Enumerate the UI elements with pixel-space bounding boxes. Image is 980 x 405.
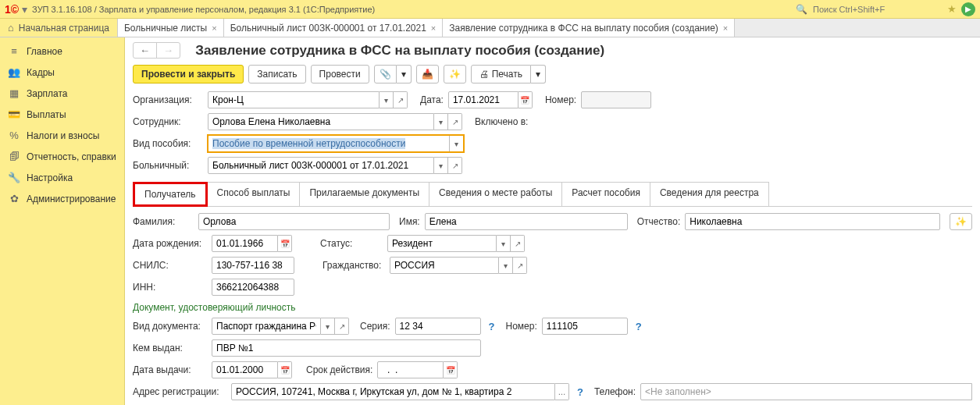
inn-label: ИНН: — [133, 282, 207, 293]
benefit-type-input[interactable]: Пособие по временной нетрудоспособности — [208, 135, 450, 152]
sidebar-item-admin[interactable]: ✿Администрирование — [0, 188, 124, 209]
dropdown-icon[interactable]: ▾ — [321, 318, 335, 335]
org-input[interactable] — [208, 91, 380, 108]
more-icon[interactable]: … — [555, 383, 569, 400]
address-input[interactable] — [231, 383, 555, 400]
print-button[interactable]: 🖨 Печать — [471, 65, 531, 83]
home-tab[interactable]: ⌂ Начальная страница — [0, 19, 118, 37]
sidebar-item-label: Выплаты — [27, 109, 66, 120]
dropdown-icon[interactable]: ▾ — [434, 157, 448, 174]
identity-section-title: Документ, удостоверяющий личность — [133, 302, 972, 313]
tab-work-info[interactable]: Сведения о месте работы — [429, 182, 562, 207]
tab-sicklist[interactable]: Больничные листы × — [118, 19, 224, 37]
attach-button[interactable]: 📎 — [374, 65, 397, 83]
refill-button[interactable]: ✨ — [444, 65, 466, 83]
firstname-label: Имя: — [399, 216, 420, 227]
autofill-button[interactable]: ✨ — [950, 213, 972, 230]
dropdown-icon[interactable]: ▾ — [450, 135, 464, 152]
citizenship-input[interactable] — [390, 257, 499, 274]
citizenship-label: Гражданство: — [323, 260, 385, 271]
birthdate-label: Дата рождения: — [133, 238, 207, 249]
inn-input[interactable] — [212, 279, 294, 296]
close-icon[interactable]: × — [212, 23, 216, 33]
close-icon[interactable]: × — [723, 23, 728, 33]
sidebar-item-salary[interactable]: ▦Зарплата — [0, 83, 124, 104]
calendar-icon[interactable]: 📅 — [278, 361, 292, 378]
status-input[interactable] — [387, 235, 497, 252]
calendar-icon[interactable]: 📅 — [444, 361, 458, 378]
print-dropdown[interactable]: ▾ — [531, 65, 546, 83]
content-area: ← → Заявление сотрудника в ФСС на выплат… — [125, 37, 980, 405]
employee-input[interactable] — [208, 113, 434, 130]
sidebar-item-reports[interactable]: 🗐Отчетность, справки — [0, 146, 124, 167]
lastname-input[interactable] — [198, 213, 390, 230]
open-icon[interactable]: ↗ — [448, 113, 462, 130]
date-input[interactable] — [448, 91, 519, 108]
tab-recipient[interactable]: Получатель — [133, 182, 208, 207]
submit-close-button[interactable]: Провести и закрыть — [133, 65, 244, 83]
tab-calculation[interactable]: Расчет пособия — [561, 182, 650, 207]
sidebar-item-label: Администрирование — [27, 194, 116, 204]
dropdown-icon[interactable]: ▾ — [497, 235, 511, 252]
dropdown-icon[interactable]: ▾ — [499, 257, 513, 274]
tab-sickdoc[interactable]: Больничный лист 00ЗК-000001 от 17.01.202… — [224, 19, 444, 37]
snils-input[interactable] — [212, 257, 294, 274]
firstname-input[interactable] — [425, 213, 628, 230]
issue-date-input[interactable] — [212, 361, 278, 378]
employee-label: Сотрудник: — [133, 116, 203, 127]
sidebar-item-hr[interactable]: 👥Кадры — [0, 62, 124, 83]
tab-attachments[interactable]: Прилагаемые документы — [299, 182, 429, 207]
sidebar-item-settings[interactable]: 🔧Настройка — [0, 167, 124, 188]
calendar-icon[interactable]: 📅 — [278, 235, 292, 252]
submit-button[interactable]: Провести — [311, 65, 369, 83]
global-search-input[interactable] — [810, 2, 943, 16]
tab-fss-application[interactable]: Заявление сотрудника в ФСС на выплату по… — [443, 19, 735, 37]
table-icon: ▦ — [8, 87, 20, 99]
sidebar-item-taxes[interactable]: %Налоги и взносы — [0, 125, 124, 146]
import-button[interactable]: 📥 — [416, 65, 439, 83]
tab-label: Больничный лист 00ЗК-000001 от 17.01.202… — [230, 23, 426, 34]
open-icon[interactable]: ↗ — [335, 318, 349, 335]
open-icon[interactable]: ↗ — [513, 257, 527, 274]
date-label: Дата: — [420, 94, 444, 105]
sickleave-input[interactable] — [208, 157, 434, 174]
attach-dropdown[interactable]: ▾ — [397, 65, 412, 83]
forward-button[interactable]: → — [156, 43, 180, 58]
open-icon[interactable]: ↗ — [448, 157, 462, 174]
series-input[interactable] — [395, 318, 481, 335]
tab-registry[interactable]: Сведения для реестра — [650, 182, 769, 207]
doc-number-input[interactable] — [542, 318, 628, 335]
number-label: Номер: — [545, 94, 576, 105]
issue-date-label: Дата выдачи: — [133, 364, 207, 375]
middlename-label: Отчество: — [637, 216, 681, 227]
help-icon[interactable]: ? — [489, 321, 495, 332]
dropdown-icon[interactable]: ▾ — [434, 113, 448, 130]
menu-icon[interactable]: ▾ — [22, 3, 27, 16]
open-icon[interactable]: ↗ — [511, 235, 525, 252]
dropdown-icon[interactable]: ▾ — [380, 91, 394, 108]
favorites-icon[interactable]: ★ — [947, 3, 957, 15]
middlename-input[interactable] — [685, 213, 940, 230]
tab-payment-method[interactable]: Способ выплаты — [207, 182, 301, 207]
doc-type-input[interactable] — [212, 318, 321, 335]
sidebar-item-main[interactable]: ≡Главное — [0, 41, 124, 62]
status-label: Статус: — [320, 238, 383, 249]
birthdate-input[interactable] — [212, 235, 278, 252]
window-title: ЗУП 3.1.16.108 / Зарплата и управление п… — [32, 5, 796, 14]
calendar-icon[interactable]: 📅 — [519, 91, 533, 108]
card-icon: 💳 — [8, 108, 20, 120]
issued-by-input[interactable] — [212, 339, 481, 357]
phone-input[interactable] — [640, 383, 972, 400]
back-button[interactable]: ← — [134, 43, 156, 58]
help-icon[interactable]: ? — [577, 386, 583, 398]
magic-icon: ✨ — [955, 216, 967, 227]
save-button[interactable]: Записать — [248, 65, 305, 83]
valid-until-input[interactable] — [377, 361, 444, 378]
close-icon[interactable]: × — [431, 23, 436, 33]
open-icon[interactable]: ↗ — [394, 91, 408, 108]
help-icon[interactable]: ? — [636, 321, 642, 332]
run-button[interactable]: ▶ — [961, 2, 975, 16]
sidebar-item-payments[interactable]: 💳Выплаты — [0, 104, 124, 125]
sidebar-item-label: Зарплата — [27, 88, 68, 99]
sidebar-item-label: Настройка — [27, 172, 73, 183]
